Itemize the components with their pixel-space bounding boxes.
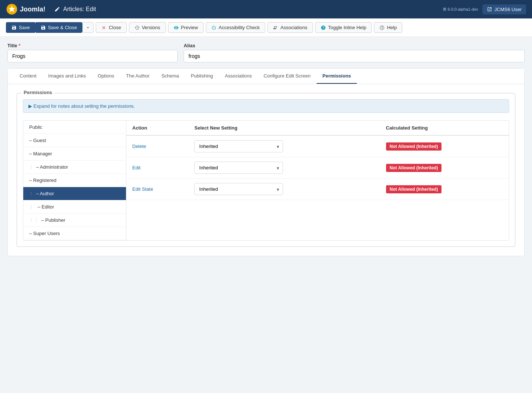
calculated-badge-delete: Not Allowed (Inherited) bbox=[386, 142, 442, 151]
user-label: JCMS6 User bbox=[494, 7, 522, 12]
preview-button[interactable]: Preview bbox=[168, 22, 204, 33]
title-label: Title * bbox=[7, 43, 178, 48]
tab-permissions[interactable]: Permissions bbox=[317, 69, 357, 84]
question-icon bbox=[379, 25, 385, 30]
dots-publisher: ⋮ ⋮ bbox=[29, 218, 38, 223]
toolbar: Save Save & Close Close Versions Previe bbox=[0, 18, 532, 37]
group-item-administrator[interactable]: ⋮ – Administrator bbox=[23, 161, 126, 174]
external-link-icon bbox=[487, 7, 492, 12]
col-calculated: Calculated Setting bbox=[380, 121, 509, 135]
alias-field-group: Alias bbox=[184, 43, 525, 62]
select-edit[interactable]: Inherited Allowed Denied bbox=[194, 162, 283, 174]
associations-icon bbox=[273, 25, 278, 30]
page-title: Articles: Edit bbox=[63, 6, 96, 13]
alias-label: Alias bbox=[184, 43, 525, 48]
permissions-table-wrapper: Action Select New Setting Calculated Set… bbox=[126, 120, 509, 241]
select-wrapper-edit: Inherited Allowed Denied ▾ bbox=[194, 162, 283, 174]
table-row-delete: Delete Inherited Allowed Denied bbox=[126, 135, 509, 157]
calculated-badge-edit: Not Allowed (Inherited) bbox=[386, 164, 442, 172]
expand-note[interactable]: ▶ Expand for notes about setting the per… bbox=[23, 99, 509, 113]
edit-icon bbox=[54, 6, 60, 12]
close-button[interactable]: Close bbox=[96, 22, 126, 33]
accessibility-check-button[interactable]: Accessibility Check bbox=[206, 22, 265, 33]
required-marker: * bbox=[18, 43, 20, 48]
preview-icon bbox=[174, 25, 179, 30]
tabs-header: Content Images and Links Options The Aut… bbox=[8, 69, 524, 84]
tab-publishing[interactable]: Publishing bbox=[185, 69, 219, 84]
col-action: Action bbox=[126, 121, 188, 135]
associations-button[interactable]: Associations bbox=[267, 22, 313, 33]
save-close-icon bbox=[41, 25, 46, 30]
permissions-tab-content: Permissions ▶ Expand for notes about set… bbox=[8, 84, 524, 256]
top-navigation: Joomla! Articles: Edit ⌘ 6.0.0-alpha1-de… bbox=[0, 0, 532, 18]
select-wrapper-edit-state: Inherited Allowed Denied ▾ bbox=[194, 183, 283, 195]
save-dropdown-button[interactable] bbox=[82, 22, 93, 33]
group-item-manager[interactable]: – Manager bbox=[23, 147, 126, 161]
dots-editor: ⋮ bbox=[29, 205, 33, 209]
group-item-guest[interactable]: – Guest bbox=[23, 134, 126, 147]
user-menu-button[interactable]: JCMS6 User bbox=[482, 4, 526, 14]
tabs-container: Content Images and Links Options The Aut… bbox=[7, 68, 525, 256]
help-button[interactable]: Help bbox=[374, 22, 402, 33]
select-edit-state[interactable]: Inherited Allowed Denied bbox=[194, 183, 283, 195]
tab-configure-edit-screen[interactable]: Configure Edit Screen bbox=[258, 69, 317, 84]
action-edit-link[interactable]: Edit bbox=[132, 165, 140, 170]
tab-the-author[interactable]: The Author bbox=[120, 69, 156, 84]
page-title-bar: Articles: Edit bbox=[54, 6, 443, 13]
permissions-table: Action Select New Setting Calculated Set… bbox=[126, 121, 509, 200]
col-select: Select New Setting bbox=[188, 121, 380, 135]
alias-input[interactable] bbox=[184, 50, 525, 62]
tab-associations[interactable]: Associations bbox=[219, 69, 258, 84]
top-nav-right: ⌘ 6.0.0-alpha1-dev JCMS6 User bbox=[443, 4, 526, 14]
logo-area: Joomla! bbox=[6, 3, 45, 15]
group-item-registered[interactable]: – Registered bbox=[23, 174, 126, 187]
group-item-super-users[interactable]: – Super Users bbox=[23, 227, 126, 240]
tab-schema[interactable]: Schema bbox=[156, 69, 185, 84]
select-wrapper-delete: Inherited Allowed Denied ▾ bbox=[194, 140, 283, 152]
group-item-editor[interactable]: ⋮ – Editor bbox=[23, 200, 126, 214]
group-item-author[interactable]: ⋮ – Author bbox=[23, 187, 126, 200]
save-close-button[interactable]: Save & Close bbox=[35, 22, 83, 33]
table-row-edit: Edit Inherited Allowed Denied bbox=[126, 157, 509, 179]
group-item-public[interactable]: Public bbox=[23, 121, 126, 134]
chevron-down-icon bbox=[86, 25, 90, 30]
select-delete[interactable]: Inherited Allowed Denied bbox=[194, 140, 283, 152]
save-icon bbox=[11, 25, 17, 30]
help-circle-icon bbox=[321, 25, 326, 30]
fieldset-legend: Permissions bbox=[21, 90, 54, 95]
main-content: Title * Alias Content Images and Links O… bbox=[0, 37, 532, 262]
tab-options[interactable]: Options bbox=[92, 69, 120, 84]
save-button[interactable]: Save bbox=[6, 22, 35, 33]
title-alias-row: Title * Alias bbox=[7, 43, 525, 62]
permissions-fieldset: Permissions ▶ Expand for notes about set… bbox=[17, 93, 515, 247]
groups-list: Public – Guest – Manager ⋮ – Administrat… bbox=[23, 120, 126, 241]
action-delete-link[interactable]: Delete bbox=[132, 144, 146, 149]
joomla-logo: Joomla! bbox=[6, 3, 45, 15]
permissions-layout: Public – Guest – Manager ⋮ – Administrat… bbox=[23, 120, 509, 241]
tab-images-links[interactable]: Images and Links bbox=[42, 69, 92, 84]
title-input[interactable] bbox=[7, 50, 178, 62]
x-icon bbox=[101, 25, 106, 30]
table-row-edit-state: Edit State Inherited Allowed Denied bbox=[126, 179, 509, 200]
accessibility-icon bbox=[211, 25, 216, 30]
dots-author: ⋮ bbox=[29, 192, 33, 196]
action-edit-state-link[interactable]: Edit State bbox=[132, 186, 153, 192]
logo-text: Joomla! bbox=[20, 6, 45, 13]
versions-button[interactable]: Versions bbox=[129, 22, 166, 33]
dots-administrator: ⋮ bbox=[29, 165, 33, 169]
toggle-inline-help-button[interactable]: Toggle Inline Help bbox=[315, 22, 372, 33]
calculated-badge-edit-state: Not Allowed (Inherited) bbox=[386, 185, 442, 193]
tab-content[interactable]: Content bbox=[14, 69, 42, 84]
versions-icon bbox=[134, 25, 140, 30]
group-item-publisher[interactable]: ⋮ ⋮ – Publisher bbox=[23, 214, 126, 227]
cms-version: ⌘ 6.0.0-alpha1-dev bbox=[443, 7, 478, 12]
save-btn-group: Save Save & Close bbox=[6, 22, 93, 33]
title-field-group: Title * bbox=[7, 43, 178, 62]
